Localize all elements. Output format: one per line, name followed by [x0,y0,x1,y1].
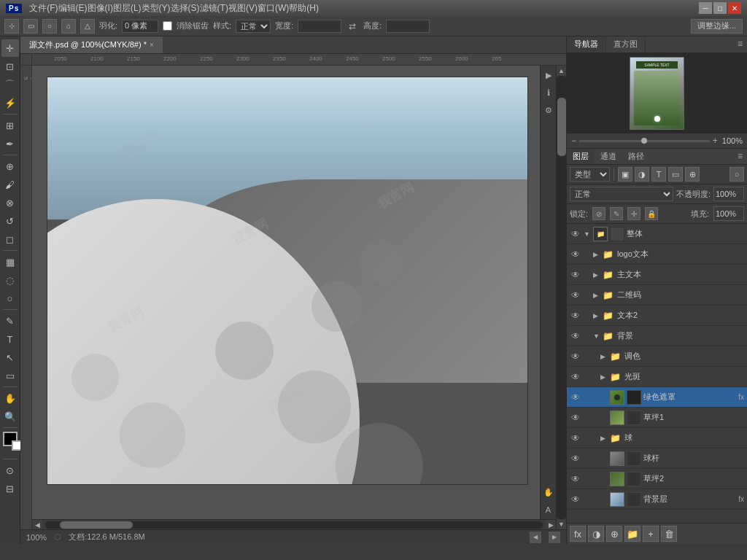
side-zoom-btn[interactable]: A [542,503,555,516]
lock-position-btn[interactable]: ✛ [627,207,640,220]
scroll-up-btn[interactable]: ▲ [557,66,567,76]
eraser-tool[interactable]: ◻ [1,230,19,248]
zoom-slider[interactable] [579,140,710,142]
foreground-color[interactable] [3,432,18,446]
visibility-caoping1[interactable]: 👁 [570,412,581,424]
layer-row-qiugan[interactable]: 👁 球杆 [567,448,747,469]
layer-row-main-text[interactable]: 👁 ▶ 📁 主文本 [567,265,747,285]
expand-text2[interactable]: ▶ [593,312,600,319]
zoom-slider-thumb[interactable] [641,138,647,144]
menu-select[interactable]: 选择(S) [171,2,200,15]
ellipse-tool-icon[interactable]: ○ [42,19,57,34]
crop-tool[interactable]: ⊞ [1,117,19,134]
menu-image[interactable]: 图像(I) [88,2,113,15]
expand-tiaose[interactable]: ▶ [600,353,608,360]
height-input[interactable] [386,20,430,33]
side-info-btn[interactable]: ℹ [542,86,555,99]
filter-smart-btn[interactable]: ⊕ [685,167,700,182]
tab-navigator[interactable]: 导航器 [567,36,606,52]
eyedropper-tool[interactable]: ✒ [1,135,19,152]
fill-input[interactable] [713,206,744,221]
text-tool[interactable]: T [1,330,19,348]
visibility-tiaose[interactable]: 👁 [570,351,581,362]
layer-del-btn[interactable]: 🗑 [661,526,677,542]
visibility-qiu[interactable]: 👁 [570,432,581,444]
filter-toggle-btn[interactable]: ○ [729,167,744,182]
expand-qiu[interactable]: ▶ [600,435,608,442]
expand-bg[interactable]: ▼ [593,332,600,340]
path-select-tool[interactable]: ↖ [1,349,19,366]
layer-row-bg[interactable]: 👁 ▼ 📁 背景 [567,326,747,346]
h-scrollbar[interactable]: ◀ ▶ [32,519,556,529]
hand-tool[interactable]: ✋ [1,389,19,407]
document-tab[interactable]: 源文件.psd @ 100%(CMYK/8#) * × [20,36,163,53]
filter-shape-btn[interactable]: ▭ [668,167,683,182]
menu-file[interactable]: 文件(F) [29,2,58,15]
v-scroll-track[interactable] [557,76,567,519]
layer-filter-select[interactable]: 类型 [570,167,610,182]
visibility-caoping2[interactable]: 👁 [570,473,581,485]
quick-mask-mode[interactable]: ⊙ [1,462,19,479]
expand-guangban[interactable]: ▶ [600,373,608,381]
lock-all-btn[interactable]: 🔒 [645,207,658,220]
status-arrow-left[interactable]: ◀ [530,532,541,543]
lock-transparent-btn[interactable]: ⊘ [592,207,605,220]
style-select[interactable]: 正常 [236,20,271,33]
layer-row-guangban[interactable]: 👁 ▶ 📁 光斑 [567,367,747,387]
swap-wh-icon[interactable]: ⇄ [346,20,359,33]
v-scrollbar[interactable]: ▲ ▼ [556,66,566,529]
zoom-in-icon[interactable]: + [713,136,718,146]
layer-row-caoping1[interactable]: 👁 草坪1 [567,408,747,428]
gradient-tool[interactable]: ▦ [1,253,19,271]
layer-row-caoping2[interactable]: 👁 草坪2 [567,469,747,489]
menu-layer[interactable]: 图层(L) [113,2,142,15]
dodge-tool[interactable]: ○ [1,289,19,307]
blur-tool[interactable]: ◌ [1,271,19,289]
filter-adj-btn[interactable]: ◑ [635,167,649,182]
tool-options-icon[interactable]: ⊹ [4,19,19,34]
document-canvas[interactable]: 我官网 我官网 我官网 我官网 我官网 ▶ ℹ [32,66,556,519]
menu-view[interactable]: 视图(V) [228,2,258,15]
zoom-tool[interactable]: 🔍 [1,408,19,425]
visibility-green-mask[interactable]: 👁 [570,392,581,403]
adjust-edge-btn[interactable]: 调整边缘... [691,19,743,34]
layer-group-btn[interactable]: 📁 [624,526,640,542]
layer-fx-btn[interactable]: fx [570,526,586,542]
expand-qrcode[interactable]: ▶ [593,292,600,299]
layer-row-logo[interactable]: 👁 ▶ 📁 logo文本 [567,244,747,265]
menu-filter[interactable]: 滤镜(T) [200,2,228,15]
visibility-logo[interactable]: 👁 [570,249,581,260]
visibility-text2[interactable]: 👁 [570,310,581,322]
filter-pixel-btn[interactable]: ▣ [618,167,632,182]
close-btn[interactable]: ✕ [728,2,741,14]
visibility-bg[interactable]: 👁 [570,330,581,342]
antialiasing-check[interactable] [163,21,172,31]
screen-mode[interactable]: ⊟ [1,480,19,497]
filter-text-btn[interactable]: T [651,167,666,182]
visibility-guangban[interactable]: 👁 [570,371,581,383]
layer-row-tiaose[interactable]: 👁 ▶ 📁 调色 [567,346,747,367]
scroll-right-btn[interactable]: ▶ [546,520,556,530]
zoom-out-icon[interactable]: − [571,136,576,146]
pen-tool[interactable]: ✎ [1,312,19,330]
layer-row-zhengti[interactable]: 👁 ▼ 📁 整体 [567,224,747,244]
layer-row-qiu[interactable]: 👁 ▶ 📁 球 [567,428,747,448]
expand-logo[interactable]: ▶ [593,251,600,258]
tab-layers[interactable]: 图层 [567,149,595,164]
scroll-left-btn[interactable]: ◀ [32,520,42,530]
clone-tool[interactable]: ⊗ [1,194,19,211]
tab-channels[interactable]: 通道 [595,149,622,164]
history-brush-tool[interactable]: ↺ [1,212,19,230]
menu-window[interactable]: 窗口(W) [258,2,289,15]
poly-tool-icon[interactable]: △ [80,19,95,34]
spot-heal-tool[interactable]: ⊕ [1,158,19,175]
tab-paths[interactable]: 路径 [622,149,650,164]
status-arrow-right[interactable]: ▶ [549,532,560,543]
side-hand-btn[interactable]: ✋ [542,486,555,499]
layer-row-bgjc[interactable]: 👁 背景层 fx [567,489,747,510]
h-scroll-thumb[interactable] [60,521,133,529]
move-tool[interactable]: ✛ [1,39,19,57]
visibility-qiugan[interactable]: 👁 [570,453,581,464]
width-input[interactable] [298,20,341,33]
selection-tool[interactable]: ⊡ [1,58,19,75]
